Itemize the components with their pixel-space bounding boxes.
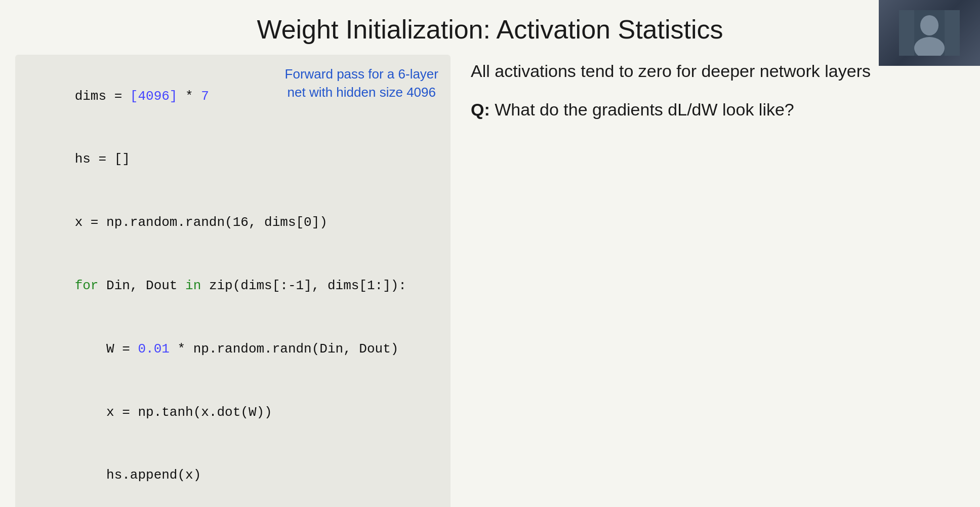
code-line-5: W = 0.01 * np.random.randn(Din, Dout)	[27, 318, 438, 381]
forward-pass-note: Forward pass for a 6-layer net with hidd…	[285, 65, 438, 102]
code-line-3: x = np.random.randn(16, dims[0])	[27, 191, 438, 255]
svg-point-1	[920, 15, 938, 35]
svg-rect-4	[945, 10, 960, 56]
code-block: dims = [4096] * 7 hs = [] x = np.random.…	[15, 55, 451, 507]
content-row: dims = [4096] * 7 hs = [] x = np.random.…	[0, 55, 980, 507]
page-title: Weight Initialization: Activation Statis…	[0, 0, 980, 55]
webcam-feed	[879, 0, 980, 66]
svg-rect-3	[899, 10, 914, 56]
code-line-7: hs.append(x)	[27, 444, 438, 507]
gradient-question: Q: What do the gradients dL/dW look like…	[471, 98, 965, 122]
code-line-2: hs = []	[27, 128, 438, 191]
code-line-4: for Din, Dout in zip(dims[:-1], dims[1:]…	[27, 254, 438, 318]
right-text-panel: All activations tend to zero for deeper …	[471, 55, 965, 507]
code-line-6: x = np.tanh(x.dot(W))	[27, 381, 438, 444]
